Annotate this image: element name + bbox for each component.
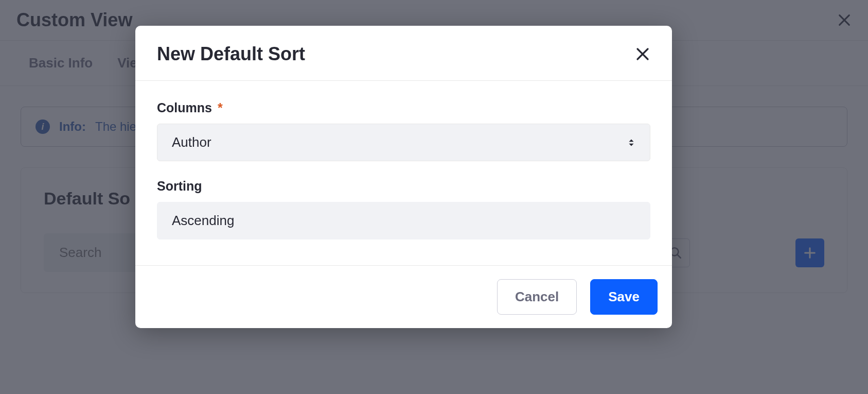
sorting-field-group: Sorting Ascending [157, 179, 650, 239]
cancel-button[interactable]: Cancel [497, 279, 577, 315]
new-default-sort-modal: New Default Sort Columns * Author Sortin… [135, 26, 672, 328]
columns-field-group: Columns * Author [157, 100, 650, 161]
modal-close-button[interactable] [635, 46, 650, 62]
sorting-value[interactable]: Ascending [157, 202, 650, 239]
modal-body: Columns * Author Sorting Ascending [135, 81, 672, 265]
required-asterisk: * [218, 100, 223, 115]
save-button[interactable]: Save [590, 279, 658, 315]
modal-footer: Cancel Save [135, 265, 672, 328]
columns-label: Columns * [157, 100, 650, 115]
close-icon [635, 46, 650, 62]
sorting-label: Sorting [157, 179, 650, 194]
modal-title: New Default Sort [157, 43, 305, 65]
modal-header: New Default Sort [135, 26, 672, 81]
columns-select-wrap: Author [157, 124, 650, 161]
columns-label-text: Columns [157, 100, 212, 115]
columns-select[interactable]: Author [157, 124, 650, 161]
